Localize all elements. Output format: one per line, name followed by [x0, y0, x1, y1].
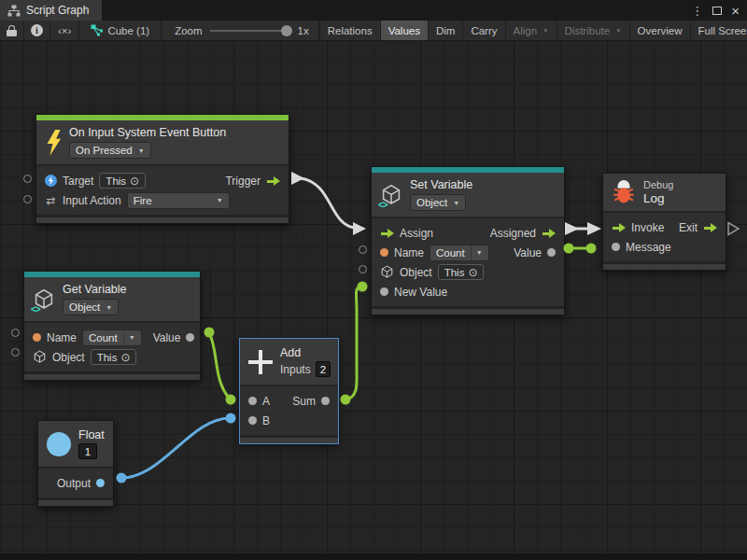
input-action-input-port[interactable]	[23, 195, 32, 203]
sum-output-port[interactable]	[321, 397, 330, 405]
node-title: Add	[280, 346, 301, 359]
zoom-slider-track	[210, 30, 290, 32]
distribute-button[interactable]: Distribute ▼	[557, 21, 630, 40]
event-mode-dropdown[interactable]: On Pressed ▼	[69, 142, 151, 159]
info-button[interactable]: i	[24, 21, 50, 40]
name-label: Name	[47, 331, 77, 344]
chevron-down-icon: ▼	[615, 27, 621, 34]
assign-flow-port[interactable]	[380, 228, 394, 239]
float-value-field[interactable]: 1	[78, 443, 97, 459]
variable-kind-dropdown[interactable]: Object ▼	[410, 194, 466, 211]
a-port-row: A Sum	[240, 391, 338, 411]
assigned-flow-port[interactable]	[542, 228, 556, 239]
target-object-pill[interactable]: This ⊙	[99, 173, 146, 189]
chevron-down-icon: ▼	[138, 147, 145, 154]
message-port-row: Message	[603, 237, 726, 257]
chevron-down-icon: ▼	[123, 330, 135, 345]
assign-label: Assign	[400, 227, 433, 240]
overview-button[interactable]: Overview	[630, 21, 691, 40]
code-preview-icon: ‹×›	[58, 25, 71, 36]
node-title: Float	[78, 428, 105, 441]
trigger-flow-port[interactable]	[266, 175, 280, 187]
new-value-input-port[interactable]	[380, 287, 388, 296]
target-picker-icon: ⊙	[468, 266, 477, 279]
object-port-row: Object This ⊙	[372, 262, 564, 282]
lightning-bolt-icon	[45, 130, 62, 156]
node-footer	[24, 371, 200, 380]
object-this-pill[interactable]: This ⊙	[91, 349, 137, 365]
output-port[interactable]	[96, 479, 105, 487]
tab-script-graph[interactable]: Script Graph	[0, 0, 102, 21]
object-port-row: Object This ⊙	[24, 347, 200, 367]
dim-button[interactable]: Dim	[429, 21, 463, 40]
target-picker-icon: ⊙	[130, 175, 139, 188]
name-port-dot[interactable]	[380, 248, 388, 257]
node-float[interactable]: Float 1 Output	[37, 420, 114, 507]
exit-label: Exit	[679, 221, 698, 234]
name-port-dot[interactable]	[33, 333, 41, 342]
node-get-variable[interactable]: <> Get Variable Object ▼ Name Count ▼ Va…	[23, 271, 201, 381]
invoke-label: Invoke	[631, 221, 664, 234]
node-footer	[36, 215, 289, 223]
tab-bar: Script Graph ⋮ ×	[0, 0, 747, 21]
input-action-label: Input Action	[63, 194, 121, 207]
input-action-icon: ⇄	[45, 194, 57, 207]
b-input-port[interactable]	[248, 416, 257, 425]
target-label: Target	[63, 175, 93, 188]
code-preview-button[interactable]: ‹×›	[50, 21, 79, 40]
object-this-pill[interactable]: This ⊙	[438, 264, 485, 280]
node-on-input-system-event-button[interactable]: On Input System Event Button On Pressed …	[35, 114, 289, 224]
menu-icon[interactable]: ⋮	[691, 5, 703, 17]
graph-node-icon	[91, 24, 104, 36]
maximize-icon[interactable]	[712, 7, 722, 15]
zoom-slider-handle[interactable]	[281, 25, 292, 36]
graph-target-button[interactable]: Cube (1)	[79, 21, 162, 40]
b-label: B	[262, 414, 270, 427]
full-screen-button[interactable]: Full Screen	[691, 21, 747, 40]
node-footer	[240, 435, 338, 443]
variable-name-dropdown[interactable]: Count ▼	[430, 245, 489, 261]
new-value-port-row: New Value	[372, 282, 564, 301]
object-input-port[interactable]	[359, 265, 367, 273]
lock-button[interactable]	[0, 21, 24, 40]
float-literal-icon	[47, 432, 71, 456]
input-action-port-row: ⇄ Input Action Fire ▼	[36, 190, 289, 210]
zoom-slider[interactable]	[210, 21, 290, 41]
output-port-row: Output	[38, 473, 113, 493]
name-input-port[interactable]	[11, 329, 20, 337]
target-port-row: Target This ⊙ Trigger	[36, 171, 289, 190]
lock-icon	[7, 25, 17, 36]
variable-cube-icon: <>	[33, 288, 55, 311]
value-output-port[interactable]	[186, 333, 194, 342]
node-add[interactable]: Add Inputs 2 A Sum B	[239, 338, 339, 444]
name-port-row: Name Count ▼ Value	[24, 328, 200, 347]
a-input-port[interactable]	[248, 397, 257, 405]
align-button[interactable]: Align ▼	[506, 21, 557, 40]
graph-target-label: Cube (1)	[107, 25, 149, 36]
node-footer	[372, 306, 564, 315]
input-action-dropdown[interactable]: Fire ▼	[127, 192, 230, 209]
inputs-label: Inputs	[280, 363, 311, 376]
target-input-port[interactable]	[23, 175, 32, 183]
node-title: Set Variable	[410, 178, 472, 191]
exit-flow-port[interactable]	[703, 222, 717, 233]
variable-name-dropdown[interactable]: Count ▼	[82, 329, 142, 346]
message-input-port[interactable]	[612, 243, 620, 251]
invoke-flow-port[interactable]	[612, 222, 626, 233]
node-debug-log[interactable]: Debug Log Invoke Exit Message	[602, 173, 726, 271]
object-input-port[interactable]	[11, 348, 20, 357]
chevron-down-icon: ▼	[217, 197, 223, 203]
graph-toolbar: i ‹×› Cube (1) Zoom 1x Relations Values	[0, 21, 747, 41]
values-button[interactable]: Values	[381, 21, 429, 40]
name-input-port[interactable]	[359, 245, 367, 254]
value-output-port[interactable]	[547, 248, 556, 257]
node-set-variable[interactable]: <> Set Variable Object ▼ Assign Assigned…	[371, 166, 565, 315]
node-title: On Input System Event Button	[69, 126, 226, 139]
variable-kind-dropdown[interactable]: Object ▼	[63, 299, 119, 315]
inputs-count-field[interactable]: 2	[316, 361, 331, 377]
carry-button[interactable]: Carry	[463, 21, 505, 40]
close-icon[interactable]: ×	[731, 4, 740, 18]
b-port-row: B	[240, 411, 338, 430]
relations-button[interactable]: Relations	[319, 21, 381, 40]
chevron-down-icon: ▼	[106, 304, 112, 311]
